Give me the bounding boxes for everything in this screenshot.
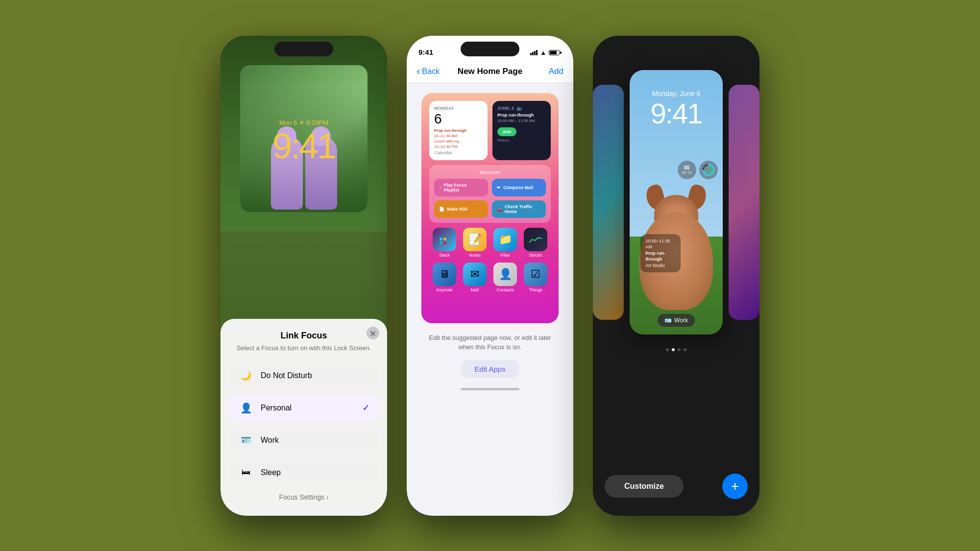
status-icons: ▲	[530, 49, 562, 56]
app-stocks[interactable]: Stocks	[523, 228, 548, 258]
app-slack[interactable]: Slack	[432, 228, 457, 258]
mail-label: Mail	[471, 287, 479, 292]
things-icon: ☑	[524, 263, 547, 286]
main-preview: Monday, June 6 9:41 10:00–11:30 AM Prop …	[630, 70, 723, 335]
page-dots	[593, 344, 760, 355]
phone-2-screen: 9:41 ▲	[407, 36, 573, 516]
side-preview-left[interactable]	[593, 85, 624, 320]
phone-3-lock-info: Monday, June 6 9:41	[630, 90, 723, 128]
compose-icon: ✏	[497, 185, 501, 190]
phone-3: PHOTO	[593, 36, 760, 516]
phone-2-nav: Back New Home Page Add	[407, 60, 573, 83]
app-keynote[interactable]: 🖥 Keynote	[432, 263, 457, 292]
calendar-event-2: Lunch with Ivy...	[434, 139, 483, 144]
dot-3[interactable]	[678, 348, 681, 351]
calendar-header: MONDAY	[434, 106, 483, 111]
focus-option-personal[interactable]: 👤 Personal ✓	[230, 394, 377, 422]
webex-event: Prop run-through 10:00 AM – 11:30 AM	[497, 112, 546, 124]
music-icon: ♪	[439, 185, 441, 190]
phone-3-time: 9:41	[630, 99, 723, 128]
phone-3-notch	[647, 42, 706, 56]
slack-label: Slack	[439, 253, 450, 258]
phone-1: Mon 6 ☀ 8:29PM 9:41 Link Focus Select a …	[220, 36, 387, 516]
sleep-icon: 🛏	[238, 465, 254, 480]
shortcut-make-pdf[interactable]: 📄 Make PDF	[434, 200, 488, 218]
personal-icon: 👤	[238, 400, 254, 416]
modal-title: Link Focus	[230, 331, 377, 341]
shortcut-label-1: Play Focus Playlist	[444, 183, 484, 192]
webex-join-button[interactable]: Join	[497, 127, 516, 136]
traffic-icon: 🚗	[497, 207, 502, 212]
keynote-label: Keynote	[436, 287, 452, 292]
svg-point-6	[705, 167, 712, 173]
calendar-label: Calendar	[434, 150, 483, 155]
dot-2-active[interactable]	[672, 348, 675, 351]
focus-option-do-not-disturb[interactable]: 🌙 Do Not Disturb	[230, 362, 377, 389]
temp-high: 65	[684, 165, 689, 170]
phone-1-lock-bg: Mon 6 ☀ 8:29PM 9:41 Link Focus Select a …	[220, 36, 387, 516]
dot-1[interactable]	[666, 348, 669, 351]
phone-1-notch	[274, 42, 333, 56]
phone-3-previews: Monday, June 6 9:41 10:00–11:30 AM Prop …	[593, 60, 760, 344]
event-name: Prop run-through	[645, 250, 676, 263]
activity-widget	[699, 161, 718, 179]
app-files[interactable]: 📁 Files	[492, 228, 518, 258]
svg-rect-3	[443, 241, 446, 244]
webex-label: Webex	[497, 138, 546, 143]
stocks-label: Stocks	[529, 253, 542, 258]
shortcut-label-2: Compose Mail	[503, 185, 533, 190]
do-not-disturb-icon: 🌙	[238, 368, 254, 383]
shortcut-label-4: Check Traffic Home	[505, 204, 541, 214]
app-notes[interactable]: 📝 Notes	[462, 228, 488, 258]
focus-option-sleep[interactable]: 🛏 Sleep	[230, 459, 377, 486]
calendar-widget: MONDAY 6 Prop run-through 10–11:30 AM Lu…	[429, 101, 488, 161]
work-badge-label: Work	[674, 317, 688, 324]
modal-close-button[interactable]	[367, 327, 379, 339]
purple-wallpaper-preview	[729, 85, 760, 320]
phone-1-date: Mon 6 ☀ 8:29PM	[220, 119, 387, 126]
app-contacts[interactable]: 👤 Contacts	[492, 263, 518, 292]
add-wallpaper-button[interactable]: +	[722, 474, 748, 499]
edit-apps-button[interactable]: Edit Apps	[461, 360, 519, 378]
files-label: Files	[500, 253, 510, 258]
focus-label-sleep: Sleep	[261, 468, 281, 477]
apps-row-1: Slack 📝 Notes 📁 Files	[429, 228, 551, 258]
shortcut-compose-mail[interactable]: ✏ Compose Mail	[492, 179, 546, 196]
personal-checkmark: ✓	[362, 403, 369, 413]
temp-low: 55 72	[682, 170, 692, 175]
work-icon: 🪪	[238, 432, 254, 448]
svg-rect-2	[443, 238, 446, 240]
phone-3-bg: PHOTO	[593, 36, 760, 516]
customize-button[interactable]: Customize	[605, 475, 684, 498]
focus-settings-chevron: ›	[326, 493, 329, 501]
files-icon: 📁	[493, 228, 517, 251]
event-time: 10:00–11:30 AM	[645, 238, 676, 250]
modal-subtitle: Select a Focus to turn on with this Lock…	[230, 344, 377, 353]
contacts-label: Contacts	[496, 287, 514, 292]
work-badge-icon: 🪪	[664, 317, 672, 324]
focus-settings-link[interactable]: Focus Settings ›	[230, 493, 377, 501]
phone-3-event-widget: 10:00–11:30 AM Prop run-through Art Stud…	[640, 234, 681, 273]
pdf-icon: 📄	[439, 207, 444, 212]
widgets-row: MONDAY 6 Prop run-through 10–11:30 AM Lu…	[429, 101, 551, 161]
phone-2: 9:41 ▲	[407, 36, 573, 516]
event-location: Art Studio	[645, 263, 676, 269]
wifi-icon: ▲	[540, 49, 546, 56]
app-things[interactable]: ☑ Things	[523, 263, 548, 292]
add-button[interactable]: Add	[549, 67, 564, 76]
calendar-event-time-2: 12–12:30 PM	[434, 144, 483, 149]
things-label: Things	[529, 287, 542, 292]
app-mail[interactable]: ✉ Mail	[462, 263, 488, 292]
shortcut-play-focus[interactable]: ♪ Play Focus Playlist	[434, 179, 488, 196]
phone-3-date: Monday, June 6	[630, 90, 723, 97]
shortcut-traffic[interactable]: 🚗 Check Traffic Home	[492, 200, 546, 218]
back-label: Back	[422, 67, 440, 76]
temperature-widget: 65 55 72	[678, 161, 696, 179]
dot-4[interactable]	[684, 348, 686, 351]
focus-option-work[interactable]: 🪪 Work	[230, 427, 377, 454]
back-button[interactable]: Back	[416, 66, 440, 77]
calendar-event-1: Prop run-through	[434, 128, 483, 133]
side-preview-right[interactable]	[729, 85, 760, 320]
link-focus-modal: Link Focus Select a Focus to turn on wit…	[220, 319, 387, 515]
battery-icon	[549, 50, 562, 55]
